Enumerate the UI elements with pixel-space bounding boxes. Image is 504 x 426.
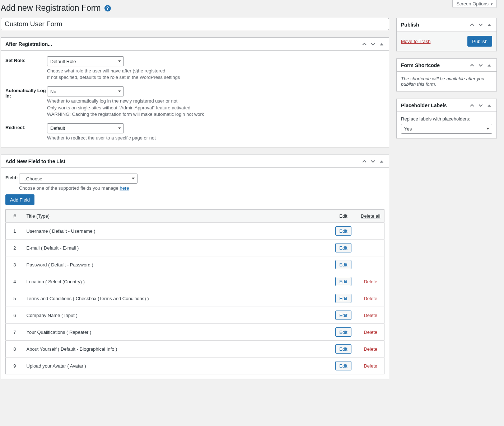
- shortcode-text: The shortcode will be available after yo…: [397, 72, 496, 91]
- row-number: 6: [6, 307, 24, 324]
- row-title: Your Qualifications ( Repeater ): [24, 324, 330, 341]
- shortcode-heading: Form Shortcode: [401, 62, 440, 68]
- row-title: About Yourself ( Default - Biographical …: [24, 341, 330, 358]
- placeholder-heading: Placeholder Labels: [401, 103, 447, 108]
- redirect-label: Redirect:: [5, 123, 47, 141]
- col-header-edit: Edit: [330, 210, 357, 223]
- row-number: 2: [6, 240, 24, 256]
- after-registration-heading: After Registration...: [5, 41, 52, 47]
- row-title: E-mail ( Default - E-mail ): [24, 240, 330, 256]
- row-number: 5: [6, 290, 24, 307]
- box-move-down-icon[interactable]: [370, 41, 376, 47]
- delete-row-link[interactable]: Delete: [364, 330, 377, 335]
- edit-row-button[interactable]: Edit: [335, 344, 351, 354]
- box-move-up-icon[interactable]: [469, 103, 475, 108]
- table-row: 9Upload your Avatar ( Avatar )EditDelete: [6, 358, 384, 374]
- box-toggle-icon[interactable]: [486, 103, 492, 108]
- placeholder-label: Replace labels with placeholders:: [401, 116, 492, 122]
- row-number: 3: [6, 256, 24, 273]
- shortcode-box: Form Shortcode The shortcode will be ava…: [396, 58, 497, 91]
- add-field-box: Add New Field to the List Field: ...Choo…: [1, 155, 389, 379]
- edit-row-button[interactable]: Edit: [335, 361, 351, 370]
- table-row: 7Your Qualifications ( Repeater )EditDel…: [6, 324, 384, 341]
- row-number: 9: [6, 358, 24, 374]
- row-title: Company Name ( Input ): [24, 307, 330, 324]
- edit-row-button[interactable]: Edit: [335, 243, 351, 252]
- table-row: 2E-mail ( Default - E-mail )Edit: [6, 240, 384, 256]
- manage-fields-link[interactable]: here: [120, 185, 129, 191]
- placeholder-labels-box: Placeholder Labels Replace labels with p…: [396, 99, 497, 138]
- field-description: Choose one of the supported fields you m…: [19, 185, 384, 191]
- delete-row-link[interactable]: Delete: [364, 346, 377, 352]
- edit-row-button[interactable]: Edit: [335, 260, 351, 269]
- box-toggle-icon[interactable]: [379, 158, 384, 164]
- auto-login-select[interactable]: No: [47, 86, 124, 96]
- col-header-title: Title (Type): [24, 210, 330, 223]
- edit-row-button[interactable]: Edit: [335, 277, 351, 286]
- table-row: 6Company Name ( Input )EditDelete: [6, 307, 384, 324]
- delete-row-link[interactable]: Delete: [364, 363, 377, 369]
- edit-row-button[interactable]: Edit: [335, 226, 351, 236]
- row-title: Password ( Default - Password ): [24, 256, 330, 273]
- box-toggle-icon[interactable]: [486, 22, 492, 28]
- publish-button[interactable]: Publish: [467, 36, 492, 47]
- publish-box: Publish Move to Trash Publish: [396, 18, 497, 51]
- col-header-number: #: [6, 210, 24, 223]
- field-label: Field:: [5, 174, 19, 191]
- box-move-down-icon[interactable]: [370, 158, 376, 164]
- after-registration-box: After Registration... Set Role: Default …: [1, 37, 389, 147]
- edit-row-button[interactable]: Edit: [335, 327, 351, 337]
- row-number: 1: [6, 223, 24, 240]
- add-field-heading: Add New Field to the List: [5, 158, 65, 164]
- edit-row-button[interactable]: Edit: [335, 311, 351, 320]
- table-row: 4Location ( Select (Country) )EditDelete: [6, 273, 384, 290]
- set-role-description: Choose what role the user will have afte…: [47, 68, 384, 81]
- box-move-up-icon[interactable]: [469, 62, 475, 68]
- placeholder-select[interactable]: Yes: [401, 124, 492, 134]
- set-role-label: Set Role:: [5, 56, 47, 81]
- screen-options-tab[interactable]: Screen Options: [452, 0, 497, 8]
- set-role-select[interactable]: Default Role: [47, 56, 124, 66]
- table-row: 5Terms and Conditions ( Checkbox (Terms …: [6, 290, 384, 307]
- box-toggle-icon[interactable]: [486, 62, 492, 68]
- page-title: Add new Registration Form ?: [1, 0, 452, 14]
- delete-row-link[interactable]: Delete: [364, 313, 377, 318]
- form-title-input[interactable]: [1, 18, 389, 30]
- move-to-trash-link[interactable]: Move to Trash: [401, 39, 430, 44]
- delete-all-link[interactable]: Delete all: [361, 213, 380, 219]
- fields-table: # Title (Type) Edit Delete all 1Username…: [5, 209, 384, 374]
- redirect-select[interactable]: Default: [47, 123, 124, 133]
- field-select[interactable]: ...Choose: [19, 174, 137, 184]
- table-row: 3Password ( Default - Password )Edit: [6, 256, 384, 273]
- box-move-up-icon[interactable]: [361, 41, 367, 47]
- box-move-down-icon[interactable]: [478, 62, 484, 68]
- row-title: Upload your Avatar ( Avatar ): [24, 358, 330, 374]
- box-move-down-icon[interactable]: [478, 103, 484, 108]
- add-field-button[interactable]: Add Field: [5, 194, 34, 205]
- box-move-down-icon[interactable]: [478, 22, 484, 28]
- row-title: Username ( Default - Username ): [24, 223, 330, 240]
- delete-row-link[interactable]: Delete: [364, 296, 377, 301]
- row-number: 8: [6, 341, 24, 358]
- row-number: 7: [6, 324, 24, 341]
- redirect-description: Whether to redirect the user to a specif…: [47, 135, 384, 141]
- publish-heading: Publish: [401, 22, 419, 28]
- auto-login-label: Automatically Log In:: [5, 86, 47, 118]
- box-toggle-icon[interactable]: [379, 41, 384, 47]
- delete-row-link[interactable]: Delete: [364, 279, 377, 284]
- box-move-up-icon[interactable]: [469, 22, 475, 28]
- help-icon[interactable]: ?: [104, 5, 111, 11]
- row-title: Terms and Conditions ( Checkbox (Terms a…: [24, 290, 330, 307]
- box-move-up-icon[interactable]: [361, 158, 367, 164]
- row-title: Location ( Select (Country) ): [24, 273, 330, 290]
- auto-login-description: Whether to automatically log in the newl…: [47, 98, 384, 118]
- edit-row-button[interactable]: Edit: [335, 294, 351, 303]
- page-title-text: Add new Registration Form: [1, 3, 101, 13]
- table-row: 1Username ( Default - Username )Edit: [6, 223, 384, 240]
- table-row: 8About Yourself ( Default - Biographical…: [6, 341, 384, 358]
- row-number: 4: [6, 273, 24, 290]
